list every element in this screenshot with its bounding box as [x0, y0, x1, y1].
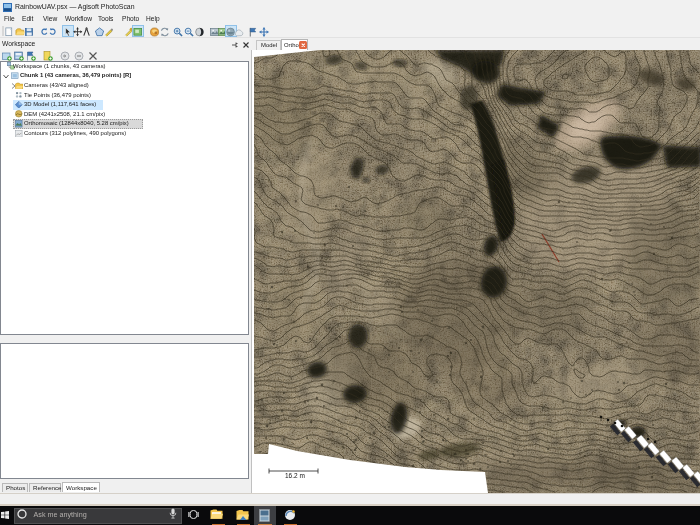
svg-text:16.2 m: 16.2 m [285, 472, 305, 479]
